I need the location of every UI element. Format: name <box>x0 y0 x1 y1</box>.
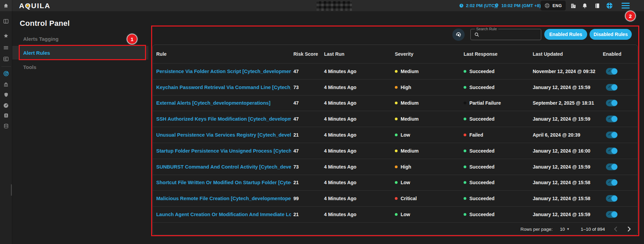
sidebar-item-tools[interactable]: Tools <box>12 60 148 74</box>
enabled-toggle[interactable]: ✓ <box>606 100 617 106</box>
severity-dot <box>395 197 398 200</box>
support-agent-button[interactable] <box>452 29 465 41</box>
check-icon: ✓ <box>608 196 611 200</box>
severity-label: Low <box>401 132 410 138</box>
app-logo[interactable]: AQUILA <box>19 2 51 10</box>
response-label: Succeeded <box>469 196 495 201</box>
scrollbar-thumb[interactable] <box>11 184 12 196</box>
severity-label: Medium <box>401 69 419 74</box>
rule-link[interactable]: SUNBURST Command And Control Activity [C… <box>156 164 291 170</box>
language-label: ENG <box>552 3 562 8</box>
annotation-step-2: 2 <box>625 11 636 21</box>
home-icon <box>3 3 9 8</box>
response-dot <box>464 150 466 152</box>
enabled-toggle[interactable]: ✓ <box>606 211 617 218</box>
split-panel-icon[interactable] <box>3 18 9 24</box>
enabled-toggle[interactable]: ✓ <box>606 68 617 75</box>
search-input[interactable] <box>482 32 533 37</box>
rule-link[interactable]: Unusual Persistence Via Services Registr… <box>156 132 291 138</box>
database-icon[interactable] <box>3 123 9 129</box>
help-wheel-icon[interactable] <box>606 2 613 9</box>
list-menu-icon[interactable] <box>3 45 9 51</box>
column-header-last-run: Last Run <box>324 51 344 57</box>
severity-label: Low <box>401 180 410 185</box>
organization-icon[interactable] <box>570 2 577 9</box>
enabled-toggle[interactable]: ✓ <box>606 116 617 122</box>
rule-link[interactable]: Shortcut File Written Or Modified On Sta… <box>156 180 291 185</box>
toggle-knob <box>611 179 617 186</box>
column-header-risk-score: Risk Score <box>293 51 318 57</box>
response-label: Succeeded <box>469 116 495 122</box>
search-rule-field[interactable]: Search Rule <box>470 29 541 40</box>
radar-target-icon-active[interactable] <box>3 70 9 76</box>
column-header-last-updated: Last Updated <box>533 51 563 57</box>
logo-eye-icon <box>27 4 29 7</box>
response-dot <box>464 165 466 168</box>
severity-dot <box>395 118 398 120</box>
home-button[interactable] <box>0 0 12 11</box>
favorites-star-icon[interactable] <box>3 33 9 39</box>
response-label: Succeeded <box>469 148 495 154</box>
severity-dot <box>395 181 398 184</box>
severity-label: Medium <box>401 116 419 122</box>
disabled-rules-button[interactable]: Disabled Rules <box>590 29 632 40</box>
table-header-row: Rule Risk Score Last Run Severity Last R… <box>153 45 638 63</box>
rule-link[interactable]: Malicious Remote File Creation [Cytech_d… <box>156 196 291 201</box>
bank-institution-icon[interactable] <box>3 81 9 87</box>
dashboard-layout-icon[interactable] <box>3 56 9 62</box>
alert-rules-table: Rule Risk Score Last Run Severity Last R… <box>152 45 638 235</box>
enabled-rules-button[interactable]: Enabled Rules <box>544 29 587 40</box>
rule-link[interactable]: Keychain Password Retrieval Via Command … <box>156 85 291 90</box>
rule-link[interactable]: Persistence Via Folder Action Script [Cy… <box>156 69 291 74</box>
severity-dot <box>395 70 398 73</box>
response-dot <box>464 102 466 104</box>
last-run: 4 Minutes Ago <box>324 196 356 201</box>
enabled-toggle[interactable]: ✓ <box>606 147 617 154</box>
severity-dot <box>395 134 398 136</box>
documentation-book-icon[interactable] <box>594 2 601 9</box>
next-page-button[interactable] <box>625 225 633 233</box>
enabled-toggle[interactable]: ✓ <box>606 195 617 202</box>
shield-icon[interactable] <box>3 92 9 98</box>
last-run: 4 Minutes Ago <box>324 148 356 154</box>
last-updated: January 12, 2024 @ 15:59 <box>533 116 590 122</box>
response-label: Succeeded <box>469 164 495 170</box>
table-row: Shortcut File Written Or Modified On Sta… <box>153 175 638 191</box>
risk-score: 47 <box>293 116 299 122</box>
check-icon: ✓ <box>608 180 611 184</box>
last-updated: January 12, 2024 @ 15:58 <box>533 196 590 201</box>
last-run: 4 Minutes Ago <box>324 85 356 90</box>
notifications-bell-icon[interactable] <box>581 2 588 9</box>
last-updated: January 12, 2024 @ 15:59 <box>533 212 590 217</box>
gauge-speedometer-icon[interactable] <box>3 102 9 108</box>
severity-label: Critical <box>401 196 417 201</box>
pagination-range: 1–10 of 894 <box>581 226 605 231</box>
enabled-toggle[interactable]: ✓ <box>606 163 617 170</box>
menu-hamburger-icon[interactable] <box>622 3 630 8</box>
check-icon: ✓ <box>608 148 611 153</box>
person-badge-icon[interactable] <box>3 112 9 119</box>
language-selector[interactable]: ENG <box>541 1 566 11</box>
sidebar-item-alert-rules[interactable]: Alert Rules <box>12 46 148 59</box>
rule-link[interactable]: SSH Authorized Keys File Modification [C… <box>156 116 291 122</box>
table-row: Unusual Persistence Via Services Registr… <box>153 127 638 143</box>
last-run: 4 Minutes Ago <box>324 132 356 138</box>
response-label: Partial Failure <box>469 100 501 106</box>
risk-score: 21 <box>293 180 299 185</box>
severity-dot <box>395 213 398 216</box>
enabled-toggle[interactable]: ✓ <box>606 132 617 138</box>
toggle-knob <box>611 195 617 202</box>
severity-dot <box>395 165 398 168</box>
enabled-toggle[interactable]: ✓ <box>606 84 617 91</box>
icon-rail-sidebar <box>0 11 12 244</box>
rows-per-page-label: Rows per page: <box>520 226 553 231</box>
rule-link[interactable]: Startup Folder Persistence Via Unsigned … <box>156 148 291 154</box>
table-row: Malicious Remote File Creation [Cytech_d… <box>153 190 638 206</box>
previous-page-button[interactable] <box>611 225 620 233</box>
location-pin-icon <box>494 3 499 8</box>
rule-link[interactable]: External Alerts [Cytech_developmentopera… <box>156 100 291 106</box>
rows-per-page-select[interactable]: 10▼ <box>560 226 569 231</box>
enabled-toggle[interactable]: ✓ <box>606 179 617 186</box>
rule-link[interactable]: Launch Agent Creation Or Modification An… <box>156 212 291 217</box>
risk-score: 21 <box>293 132 299 138</box>
